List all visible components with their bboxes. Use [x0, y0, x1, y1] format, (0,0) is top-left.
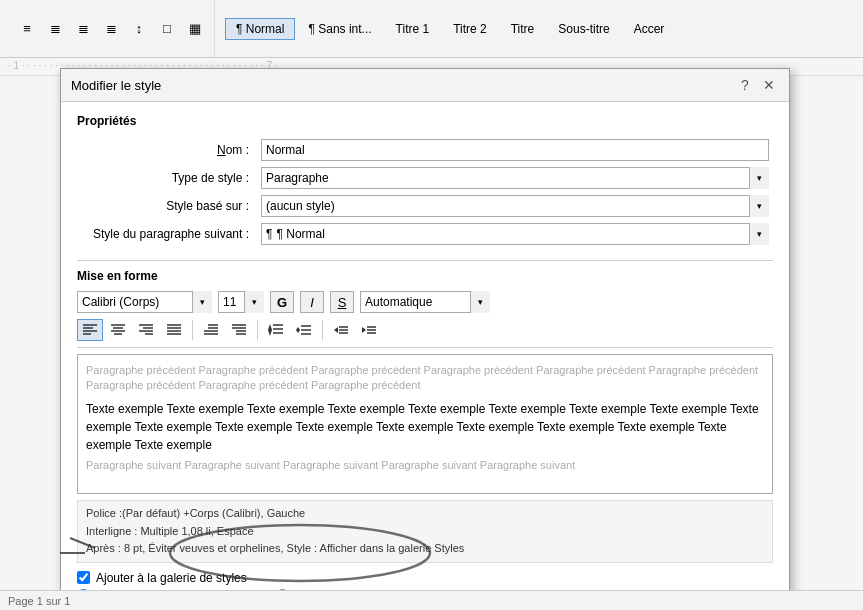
style-titre-btn[interactable]: Titre — [500, 18, 546, 40]
dialog-titlebar: Modifier le style ? ✕ — [61, 69, 789, 76]
align-center-btn[interactable]: ≣ — [42, 18, 68, 40]
titlebar-controls: ? ✕ — [735, 75, 779, 76]
help-button[interactable]: ? — [735, 75, 755, 76]
style-soustitre-btn[interactable]: Sous-titre — [547, 18, 620, 40]
shading-btn[interactable]: □ — [154, 18, 180, 40]
styles-group: ¶ Normal ¶ Sans int... Titre 1 Titre 2 T… — [219, 18, 681, 40]
modal-overlay: Modifier le style ? ✕ Propriétés Nom : — [0, 58, 863, 76]
align-buttons-group: ≡ ≣ ≣ ≣ ↕ □ ▦ — [14, 18, 208, 40]
style-titre2-btn[interactable]: Titre 2 — [442, 18, 498, 40]
line-spacing-btn[interactable]: ↕ — [126, 18, 152, 40]
style-sansint-btn[interactable]: ¶ Sans int... — [297, 18, 382, 40]
align-left-btn[interactable]: ≡ — [14, 18, 40, 40]
style-accer-btn[interactable]: Accer — [623, 18, 676, 40]
close-button[interactable]: ✕ — [759, 75, 779, 76]
toolbar: ≡ ≣ ≣ ≣ ↕ □ ▦ ¶ Normal ¶ Sans int... Tit… — [0, 0, 863, 58]
align-justify-btn[interactable]: ≣ — [98, 18, 124, 40]
paragraph-group: ≡ ≣ ≣ ≣ ↕ □ ▦ — [8, 0, 215, 57]
borders-btn[interactable]: ▦ — [182, 18, 208, 40]
style-normal-btn[interactable]: ¶ Normal — [225, 18, 295, 40]
modify-style-dialog: Modifier le style ? ✕ Propriétés Nom : — [60, 68, 790, 76]
style-titre1-btn[interactable]: Titre 1 — [385, 18, 441, 40]
align-right-btn[interactable]: ≣ — [70, 18, 96, 40]
